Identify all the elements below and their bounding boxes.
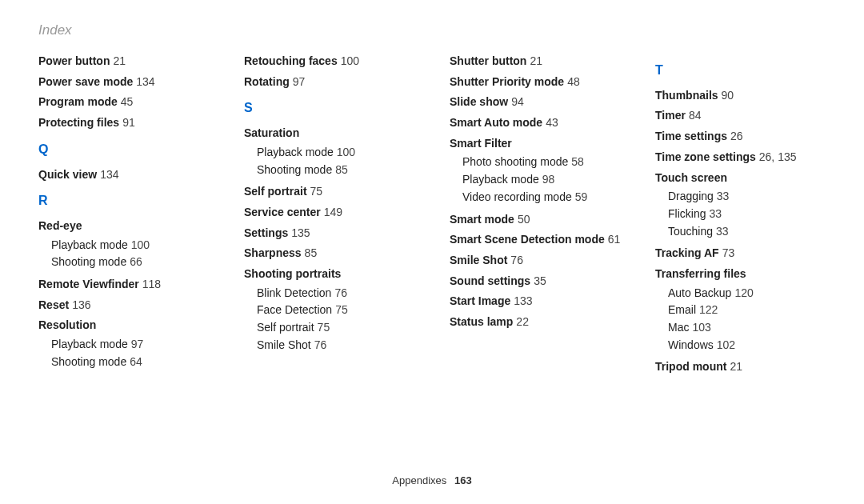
index-entry: Quick view134 <box>38 166 209 184</box>
index-entry-label: Smile Shot <box>450 254 507 266</box>
index-sub-item-pages: 102 <box>717 338 735 351</box>
index-sub-item-pages: 76 <box>334 286 347 299</box>
index-entry: Sharpness85 <box>244 245 414 262</box>
index-entry-label: Smart mode <box>450 213 514 226</box>
index-entry-pages: 135 <box>291 226 310 239</box>
index-entry-pages: 26 <box>730 130 743 142</box>
index-entry-pages: 134 <box>100 168 118 181</box>
index-entry: Smile Shot76 <box>450 252 620 270</box>
index-letter-heading: R <box>38 191 209 211</box>
index-sub-item-label: Shooting mode <box>51 255 126 268</box>
index-sub-item-pages: 76 <box>314 338 327 351</box>
index-entry-label: Shutter button <box>450 54 526 67</box>
index-entry-pages: 133 <box>514 294 532 307</box>
index-sub-item-label: Shooting mode <box>257 163 332 176</box>
index-entry-pages: 50 <box>518 213 530 226</box>
index-entry-label: Power save mode <box>38 75 133 88</box>
footer-section: Appendixes <box>392 474 446 486</box>
index-entry-label: Quick view <box>38 168 97 181</box>
footer-page-number: 163 <box>454 474 472 486</box>
index-column: Retouching faces100Rotating97SSaturation… <box>244 53 414 379</box>
index-entry-pages: 45 <box>121 95 134 108</box>
index-letter-heading: S <box>244 98 414 118</box>
index-sub-item-label: Video recording mode <box>462 190 572 203</box>
index-sub-item-pages: 58 <box>571 155 584 168</box>
index-entry: Rotating97 <box>244 74 414 91</box>
index-entry-pages: 85 <box>305 246 318 259</box>
index-entry: Protecting files91 <box>38 114 209 132</box>
index-entry-label: Tracking AF <box>655 246 719 259</box>
index-sub-heading: Red-eye <box>38 218 209 235</box>
index-entry-label: Sharpness <box>244 246 302 259</box>
index-sub-list: Dragging33Flicking33Touching33 <box>668 188 826 240</box>
index-entry-pages: 26, 135 <box>759 150 797 163</box>
index-sub-item: Smile Shot76 <box>257 337 414 354</box>
index-entry-label: Service center <box>244 206 321 218</box>
index-sub-item: Playback mode97 <box>51 336 209 354</box>
index-entry-pages: 94 <box>511 95 524 108</box>
index-entry-label: Status lamp <box>450 315 513 328</box>
index-entry-label: Protecting files <box>38 116 119 129</box>
index-entry: Shutter Priority mode48 <box>450 74 620 91</box>
index-sub-item-label: Face Detection <box>257 303 332 316</box>
index-sub-item-label: Mac <box>668 321 689 334</box>
index-entry: Start Image133 <box>450 293 620 310</box>
index-sub-item-label: Playback mode <box>51 338 128 350</box>
index-entry-pages: 90 <box>722 89 734 102</box>
index-letter-heading: Q <box>38 140 209 160</box>
index-sub-item-label: Playback mode <box>51 238 128 251</box>
index-sub-item-label: Touching <box>668 225 713 238</box>
index-sub-list: Playback mode97Shooting mode64 <box>51 336 209 370</box>
index-sub-item-pages: 100 <box>131 238 150 251</box>
index-entry-pages: 21 <box>730 360 742 373</box>
index-sub-item: Photo shooting mode58 <box>462 154 620 171</box>
index-entry-label: Retouching faces <box>244 54 338 67</box>
index-entry-label: Timer <box>655 109 686 122</box>
index-sub-item-pages: 66 <box>130 255 142 268</box>
index-sub-item: Face Detection75 <box>257 302 414 319</box>
index-entry: Remote Viewfinder118 <box>38 276 209 294</box>
index-entry: Power button21 <box>38 53 209 70</box>
index-sub-item-label: Windows <box>668 338 714 351</box>
index-sub-item-pages: 59 <box>575 190 588 203</box>
index-entry-label: Sound settings <box>450 274 530 287</box>
index-entry-pages: 118 <box>142 278 161 290</box>
index-sub-item: Windows102 <box>668 337 826 354</box>
index-entry-pages: 97 <box>293 75 306 88</box>
index-sub-item: Auto Backup120 <box>668 285 826 302</box>
index-sub-item-label: Auto Backup <box>668 286 731 299</box>
index-sub-item-pages: 33 <box>709 207 722 220</box>
index-entry: Sound settings35 <box>450 273 620 290</box>
index-entry: Status lamp22 <box>450 314 620 331</box>
index-entry: Smart Auto mode43 <box>450 114 620 132</box>
index-sub-item-pages: 122 <box>699 303 718 316</box>
index-sub-item-label: Email <box>668 303 696 316</box>
index-sub-item-pages: 120 <box>734 286 753 299</box>
index-sub-item: Blink Detection76 <box>257 285 414 302</box>
index-entry-pages: 48 <box>567 75 580 88</box>
index-entry-label: Time settings <box>655 130 727 142</box>
index-entry-pages: 73 <box>722 246 735 259</box>
index-sub-item-pages: 33 <box>717 190 730 202</box>
index-sub-item-pages: 98 <box>542 173 555 186</box>
index-entry-label: Smart Auto mode <box>450 116 542 129</box>
index-sub-item: Flicking33 <box>668 206 826 223</box>
index-sub-item-label: Shooting mode <box>51 355 126 368</box>
index-sub-list: Blink Detection76Face Detection75Self po… <box>257 285 414 354</box>
index-entry: Smart Scene Detection mode61 <box>450 231 620 249</box>
index-entry-label: Reset <box>38 298 69 311</box>
index-entry: Tracking AF73 <box>655 245 826 262</box>
index-sub-item-label: Self portrait <box>257 321 314 334</box>
page-footer: Appendixes 163 <box>0 474 864 486</box>
index-entry-label: Tripod mount <box>655 360 726 373</box>
index-entry: Reset136 <box>38 297 209 314</box>
index-sub-item-pages: 75 <box>318 321 330 334</box>
index-entry: Power save mode134 <box>38 74 209 91</box>
index-entry-pages: 43 <box>546 116 558 129</box>
index-column: TThumbnails90Timer84Time settings26Time … <box>655 53 826 379</box>
index-entry-pages: 100 <box>341 54 359 67</box>
index-entry: Retouching faces100 <box>244 53 414 70</box>
index-entry-pages: 21 <box>530 54 542 67</box>
index-entry-label: Power button <box>38 54 110 67</box>
index-entry-label: Shutter Priority mode <box>450 75 564 88</box>
